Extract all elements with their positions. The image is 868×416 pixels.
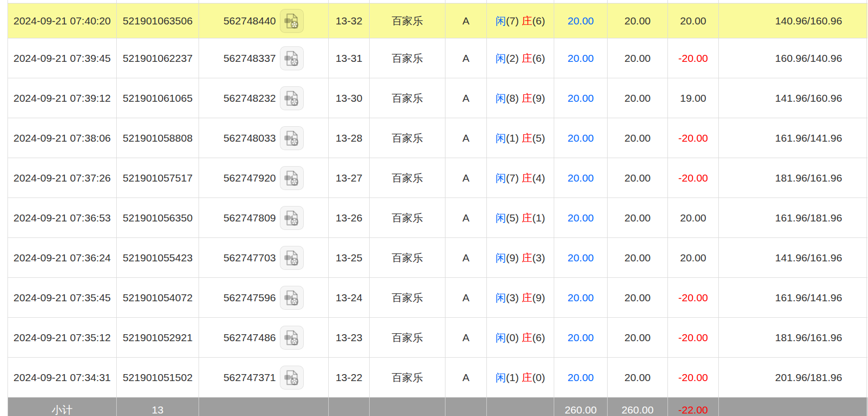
table-row[interactable]: 2024-09-21 07:38:06 521901058808 5627480… [8, 118, 868, 158]
table-row[interactable]: 2024-09-21 07:36:53 521901056350 5627478… [8, 198, 868, 238]
cell-game-result: 闲(5) 庄(1) [487, 198, 554, 237]
cell-round-number: 13-32 [329, 3, 370, 38]
cell-game-number: 562748033 [199, 118, 329, 158]
summary-empty-type [370, 398, 445, 416]
cell-bet-time: 2024-09-21 07:38:06 [8, 118, 117, 158]
cell-table-id: A [445, 318, 487, 357]
table-row[interactable]: 2024-09-21 07:36:24 521901055423 5627477… [8, 238, 868, 278]
cell-round-number: 13-25 [329, 238, 370, 277]
cell-balance: 160.96/140.96 [719, 38, 867, 78]
cell-table-id: A [445, 118, 487, 158]
result-player: 闲(2) [495, 51, 519, 65]
video-replay-button[interactable] [280, 46, 304, 70]
cell-order-number: 521901052921 [117, 318, 199, 357]
cell-win-loss: -20.00 [668, 278, 719, 317]
cell-round-number: 13-26 [329, 198, 370, 237]
result-player: 闲(1) [495, 371, 519, 385]
cell-win-loss: 20.00 [668, 3, 719, 38]
video-replay-button[interactable] [280, 326, 304, 350]
cell-game-number: 562747596 [199, 278, 329, 317]
summary-empty-round [329, 398, 370, 416]
table-row[interactable]: 2024-09-21 07:37:26 521901057517 5627479… [8, 158, 868, 198]
cell-bet-amount[interactable]: 20.00 [554, 78, 608, 118]
result-player: 闲(7) [495, 14, 519, 28]
cell-game-result: 闲(1) 庄(5) [487, 118, 554, 158]
cell-valid-bet: 20.00 [608, 158, 668, 198]
cell-game-result: 闲(7) 庄(4) [487, 158, 554, 198]
result-banker: 庄(3) [522, 251, 545, 265]
video-replay-button[interactable] [280, 286, 304, 310]
cell-game-result: 闲(1) 庄(0) [487, 358, 554, 397]
result-player: 闲(9) [495, 251, 519, 265]
table-row[interactable]: 2024-09-21 07:35:45 521901054072 5627475… [8, 278, 868, 318]
cell-game-type: 百家乐 [370, 318, 445, 357]
cell-game-type: 百家乐 [370, 358, 445, 397]
game-number-text: 562747596 [223, 292, 276, 304]
cell-game-type: 百家乐 [370, 78, 445, 118]
cell-table-id: A [445, 238, 487, 277]
cell-bet-amount[interactable]: 20.00 [554, 158, 608, 198]
game-number-text: 562748440 [223, 15, 276, 27]
cell-bet-amount[interactable]: 20.00 [554, 38, 608, 78]
result-banker: 庄(9) [522, 291, 545, 305]
cell-game-type: 百家乐 [370, 118, 445, 158]
video-replay-button[interactable] [280, 9, 304, 33]
cell-order-number: 521901062237 [117, 38, 199, 78]
cell-game-number: 562747809 [199, 198, 329, 237]
cell-game-result: 闲(7) 庄(6) [487, 3, 554, 38]
cell-game-number: 562748232 [199, 78, 329, 118]
video-replay-icon [283, 289, 300, 306]
video-replay-icon [283, 130, 300, 147]
cell-game-result: 闲(8) 庄(9) [487, 78, 554, 118]
cell-table-id: A [445, 278, 487, 317]
game-number-text: 562747371 [223, 372, 276, 384]
cell-game-type: 百家乐 [370, 158, 445, 198]
cell-valid-bet: 20.00 [608, 78, 668, 118]
video-replay-button[interactable] [280, 366, 304, 390]
cell-win-loss: -20.00 [668, 358, 719, 397]
cell-order-number: 521901061065 [117, 78, 199, 118]
table-row[interactable]: 2024-09-21 07:35:12 521901052921 5627474… [8, 318, 868, 358]
cell-win-loss: -20.00 [668, 318, 719, 357]
cell-valid-bet: 20.00 [608, 238, 668, 277]
game-number-text: 562747920 [223, 172, 276, 184]
video-replay-icon [283, 329, 300, 346]
cell-game-number: 562748440 [199, 3, 329, 38]
cell-game-number: 562747371 [199, 358, 329, 397]
video-replay-button[interactable] [280, 166, 304, 190]
cell-win-loss: 20.00 [668, 198, 719, 237]
cell-bet-amount[interactable]: 20.00 [554, 358, 608, 397]
cell-game-number: 562748337 [199, 38, 329, 78]
summary-label: 小计 [8, 398, 117, 416]
cell-win-loss: -20.00 [668, 118, 719, 158]
table-body: 2024-09-21 07:40:20 521901063506 5627484… [8, 3, 868, 398]
video-replay-button[interactable] [280, 126, 304, 150]
game-number-text: 562748232 [223, 92, 276, 104]
table-row[interactable]: 2024-09-21 07:34:31 521901051502 5627473… [8, 358, 868, 398]
table-row[interactable]: 2024-09-21 07:39:45 521901062237 5627483… [8, 38, 868, 78]
cell-bet-amount[interactable]: 20.00 [554, 318, 608, 357]
cell-bet-amount[interactable]: 20.00 [554, 238, 608, 277]
video-replay-button[interactable] [280, 86, 304, 110]
cell-bet-time: 2024-09-21 07:35:45 [8, 278, 117, 317]
cell-round-number: 13-30 [329, 78, 370, 118]
result-banker: 庄(9) [522, 91, 545, 105]
cell-balance: 161.96/141.96 [719, 118, 867, 158]
cell-bet-amount[interactable]: 20.00 [554, 118, 608, 158]
summary-win-loss-total: -22.00 [668, 398, 719, 416]
result-player: 闲(1) [495, 131, 519, 145]
cell-valid-bet: 20.00 [608, 38, 668, 78]
video-replay-button[interactable] [280, 246, 304, 270]
video-replay-button[interactable] [280, 206, 304, 230]
cell-bet-amount[interactable]: 20.00 [554, 3, 608, 38]
table-row[interactable]: 2024-09-21 07:40:20 521901063506 5627484… [8, 3, 868, 38]
cell-bet-amount[interactable]: 20.00 [554, 278, 608, 317]
cell-game-number: 562747920 [199, 158, 329, 198]
summary-empty-table [445, 398, 487, 416]
cell-order-number: 521901055423 [117, 238, 199, 277]
game-number-text: 562748337 [223, 52, 276, 64]
table-row[interactable]: 2024-09-21 07:39:12 521901061065 5627482… [8, 78, 868, 118]
result-banker: 庄(6) [522, 51, 545, 65]
cell-bet-amount[interactable]: 20.00 [554, 198, 608, 237]
result-player: 闲(5) [495, 211, 519, 225]
